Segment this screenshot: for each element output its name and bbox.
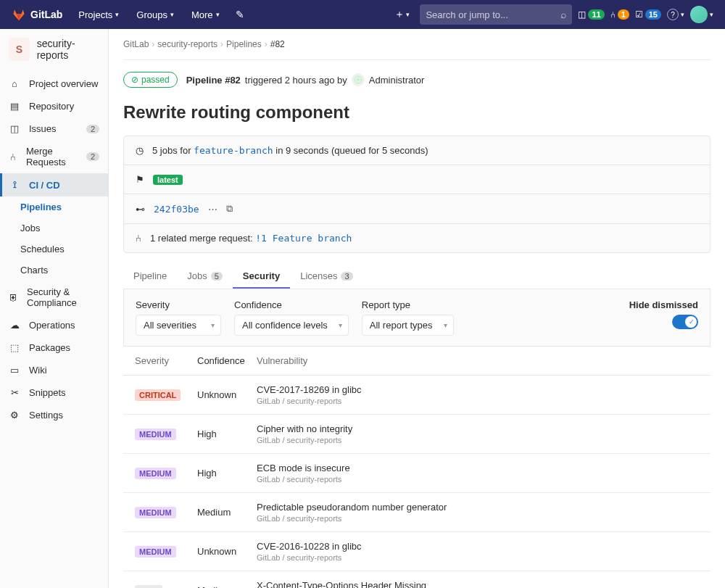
search-input[interactable] bbox=[426, 9, 560, 20]
confidence-cell: High bbox=[197, 428, 257, 439]
latest-row: ⚑ latest bbox=[124, 165, 710, 194]
latest-badge: latest bbox=[153, 175, 183, 185]
chevron-down-icon: ▾ bbox=[170, 11, 174, 18]
nav-projects[interactable]: Projects▾ bbox=[71, 0, 126, 29]
main-content: GitLab› security-reports› Pipelines› #82… bbox=[109, 29, 725, 588]
chevron-down-icon: ▾ bbox=[681, 11, 684, 18]
table-row[interactable]: LOW Medium X-Content-Type-Options Header… bbox=[123, 571, 710, 588]
scissors-icon: ✂ bbox=[9, 387, 20, 398]
gitlab-logo[interactable]: GitLab bbox=[12, 7, 62, 22]
breadcrumb: GitLab› security-reports› Pipelines› #82 bbox=[123, 35, 710, 60]
tab-jobs[interactable]: Jobs5 bbox=[177, 263, 233, 289]
sidebar-subitem-schedules[interactable]: Schedules bbox=[0, 239, 108, 260]
check-circle-icon: ⊘ bbox=[131, 75, 138, 85]
confidence-cell: Medium bbox=[197, 585, 257, 588]
top-nav-right: ＋▾ ⌕ ◫11 ⑃1 ☑15 ?▾ ▾ bbox=[390, 4, 713, 25]
confidence-cell: Medium bbox=[197, 507, 257, 518]
table-row[interactable]: MEDIUM Unknown CVE-2016-10228 in glibc G… bbox=[123, 532, 710, 571]
confidence-cell: High bbox=[197, 468, 257, 479]
gear-icon: ⚙ bbox=[9, 410, 20, 421]
nav-groups[interactable]: Groups▾ bbox=[129, 0, 181, 29]
table-row[interactable]: MEDIUM Medium Predictable pseudorandom n… bbox=[123, 493, 710, 532]
check-icon: ✓ bbox=[689, 318, 695, 326]
tab-count: 3 bbox=[341, 272, 352, 281]
nav-mr-link[interactable]: ⑃1 bbox=[610, 9, 629, 20]
copy-icon[interactable]: ⧉ bbox=[226, 203, 233, 215]
table-row[interactable]: MEDIUM High Cipher with no integrity Git… bbox=[123, 415, 710, 454]
table-row[interactable]: CRITICAL Unknown CVE-2017-18269 in glibc… bbox=[123, 376, 710, 415]
book-icon: ▭ bbox=[9, 365, 20, 376]
page-title: Rewrite routing component bbox=[123, 102, 710, 123]
merge-request-icon: ⑃ bbox=[136, 233, 141, 244]
merge-request-icon: ⑃ bbox=[610, 9, 616, 20]
tab-count: 5 bbox=[211, 272, 223, 281]
plus-icon: ＋ bbox=[394, 8, 405, 21]
breadcrumb-current: #82 bbox=[270, 39, 285, 49]
sidebar-subitem-jobs[interactable]: Jobs bbox=[0, 218, 108, 239]
sidebar-item-merge-requests[interactable]: ⑃Merge Requests2 bbox=[0, 140, 108, 173]
table-row[interactable]: MEDIUM High ECB mode is insecure GitLab … bbox=[123, 454, 710, 493]
sidebar-item-issues[interactable]: ◫Issues2 bbox=[0, 117, 108, 140]
chevron-down-icon: ▾ bbox=[216, 11, 220, 18]
status-badge-passed[interactable]: ⊘ passed bbox=[123, 72, 178, 88]
sidebar-item-wiki[interactable]: ▭Wiki bbox=[0, 359, 108, 381]
clock-icon: ◷ bbox=[136, 145, 144, 156]
search-box[interactable]: ⌕ bbox=[420, 4, 572, 25]
breadcrumb-link[interactable]: security-reports bbox=[157, 39, 218, 49]
header-vulnerability: Vulnerability bbox=[257, 355, 699, 366]
sidebar-item-settings[interactable]: ⚙Settings bbox=[0, 404, 108, 426]
user-menu[interactable]: ▾ bbox=[690, 6, 713, 23]
hide-dismissed-wrap: Hide dismissed ✓ bbox=[629, 299, 698, 329]
severity-badge: CRITICAL bbox=[135, 389, 181, 401]
vulnerability-title: CVE-2016-10228 in glibc bbox=[257, 541, 699, 552]
sidebar-item-operations[interactable]: ☁Operations bbox=[0, 314, 108, 336]
web-ide-icon[interactable]: ✎ bbox=[236, 9, 244, 20]
sidebar-item-repository[interactable]: ▤Repository bbox=[0, 95, 108, 117]
sidebar-item-label: CI / CD bbox=[29, 180, 60, 191]
new-dropdown[interactable]: ＋▾ bbox=[390, 8, 414, 21]
sidebar-item-label: Settings bbox=[29, 410, 63, 421]
issues-icon: ◫ bbox=[578, 9, 586, 20]
sidebar-item-ci-cd[interactable]: ⟟CI / CD bbox=[0, 173, 108, 196]
branch-link[interactable]: feature-branch bbox=[194, 145, 273, 156]
nav-more[interactable]: More▾ bbox=[184, 0, 227, 29]
help-dropdown[interactable]: ?▾ bbox=[667, 9, 684, 20]
tab-licenses[interactable]: Licenses3 bbox=[290, 263, 362, 289]
mr-link[interactable]: !1 Feature branch bbox=[255, 233, 352, 244]
filter-confidence: Confidence All confidence levels▾ bbox=[234, 299, 349, 336]
mr-icon: ⑃ bbox=[9, 152, 17, 162]
confidence-cell: Unknown bbox=[197, 389, 257, 400]
severity-select[interactable]: All severities▾ bbox=[136, 315, 221, 336]
chevron-down-icon: ▾ bbox=[710, 11, 713, 18]
sidebar-item-project-overview[interactable]: ⌂Project overview bbox=[0, 73, 108, 95]
jobs-summary-row: ◷ 5 jobs for feature-branch in 9 seconds… bbox=[124, 136, 710, 165]
sidebar-item-label: Operations bbox=[29, 320, 75, 331]
confidence-select[interactable]: All confidence levels▾ bbox=[234, 315, 349, 336]
sidebar-item-security-compliance[interactable]: ⛨Security & Compliance bbox=[0, 281, 108, 314]
sidebar-subitem-charts[interactable]: Charts bbox=[0, 260, 108, 281]
more-icon[interactable]: ⋯ bbox=[208, 204, 218, 215]
hide-dismissed-toggle[interactable]: ✓ bbox=[672, 315, 698, 329]
tab-pipeline[interactable]: Pipeline bbox=[123, 263, 177, 289]
tab-security[interactable]: Security bbox=[233, 263, 290, 289]
home-icon: ⌂ bbox=[9, 78, 20, 89]
breadcrumb-link[interactable]: GitLab bbox=[123, 39, 149, 49]
project-header[interactable]: S security-reports bbox=[0, 29, 108, 73]
vulnerability-title: X-Content-Type-Options Header Missing bbox=[257, 580, 699, 588]
sidebar-item-packages[interactable]: ⬚Packages bbox=[0, 336, 108, 359]
severity-badge: MEDIUM bbox=[135, 468, 176, 479]
sidebar-subitem-pipelines[interactable]: Pipelines bbox=[0, 196, 108, 218]
vulnerability-path: GitLab / security-reports bbox=[257, 475, 699, 484]
severity-badge: MEDIUM bbox=[135, 507, 176, 518]
severity-badge: LOW bbox=[135, 585, 162, 588]
nav-todos-link[interactable]: ☑15 bbox=[635, 9, 661, 20]
chevron-down-icon: ▾ bbox=[115, 11, 119, 18]
sidebar-item-snippets[interactable]: ✂Snippets bbox=[0, 381, 108, 404]
breadcrumb-link[interactable]: Pipelines bbox=[226, 39, 262, 49]
rocket-icon: ⟟ bbox=[9, 179, 20, 191]
commit-link[interactable]: 242f03be bbox=[154, 204, 199, 215]
sidebar-item-label: Project overview bbox=[29, 78, 98, 89]
table-header: Severity Confidence Vulnerability bbox=[123, 347, 710, 376]
nav-issues-link[interactable]: ◫11 bbox=[578, 9, 604, 20]
report-type-select[interactable]: All report types▾ bbox=[362, 315, 454, 336]
